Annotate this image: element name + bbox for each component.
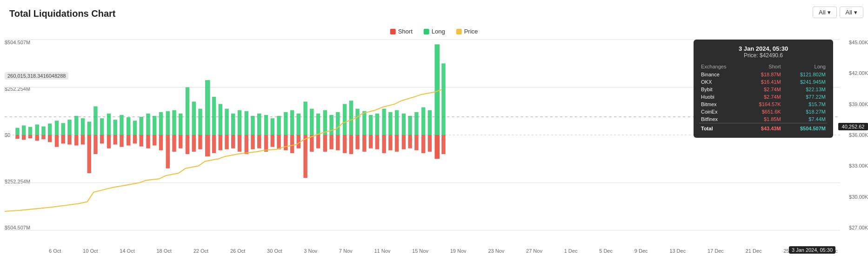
svg-rect-111 bbox=[355, 135, 359, 149]
svg-rect-115 bbox=[369, 135, 373, 148]
svg-rect-38 bbox=[120, 115, 123, 135]
svg-rect-136 bbox=[441, 63, 445, 135]
svg-rect-64 bbox=[205, 80, 210, 135]
svg-rect-122 bbox=[395, 110, 399, 135]
col-exchange: Exchanges bbox=[699, 62, 743, 71]
svg-rect-31 bbox=[93, 135, 97, 154]
legend-long: Long bbox=[424, 28, 445, 35]
svg-rect-26 bbox=[81, 118, 85, 135]
svg-rect-123 bbox=[395, 135, 399, 152]
svg-rect-56 bbox=[179, 114, 182, 135]
svg-rect-23 bbox=[67, 135, 71, 145]
hover-price-label: 40,252.62 bbox=[838, 123, 868, 130]
svg-rect-87 bbox=[277, 135, 280, 149]
svg-rect-110 bbox=[355, 109, 359, 135]
tooltip-table: Exchanges Short Long Binance $18.87M $12… bbox=[699, 62, 828, 132]
svg-rect-60 bbox=[192, 101, 196, 135]
svg-rect-18 bbox=[55, 121, 59, 135]
svg-rect-17 bbox=[48, 135, 52, 142]
svg-rect-79 bbox=[251, 135, 254, 149]
svg-rect-82 bbox=[264, 115, 268, 135]
svg-rect-125 bbox=[402, 135, 406, 149]
legend-short: Short bbox=[390, 28, 413, 35]
svg-rect-131 bbox=[421, 135, 425, 153]
svg-rect-121 bbox=[388, 135, 392, 150]
svg-rect-16 bbox=[48, 123, 52, 135]
chart-legend: Short Long Price bbox=[390, 28, 478, 35]
svg-rect-129 bbox=[414, 135, 418, 150]
svg-rect-41 bbox=[127, 135, 130, 146]
svg-rect-103 bbox=[329, 135, 333, 149]
svg-rect-71 bbox=[225, 135, 228, 149]
svg-rect-34 bbox=[107, 114, 111, 135]
svg-rect-117 bbox=[375, 135, 379, 149]
svg-rect-95 bbox=[303, 135, 307, 178]
svg-rect-24 bbox=[74, 116, 78, 135]
svg-rect-52 bbox=[166, 111, 170, 135]
svg-rect-109 bbox=[349, 135, 353, 154]
right-dropdown[interactable]: All ▾ bbox=[840, 7, 863, 18]
svg-rect-77 bbox=[245, 135, 248, 154]
svg-rect-15 bbox=[41, 135, 45, 139]
svg-rect-45 bbox=[139, 135, 143, 147]
svg-rect-25 bbox=[74, 135, 78, 146]
svg-rect-32 bbox=[100, 118, 104, 135]
svg-rect-67 bbox=[212, 135, 216, 153]
svg-rect-112 bbox=[362, 111, 366, 135]
svg-rect-114 bbox=[369, 115, 373, 135]
top-right-controls: All ▾ All ▾ bbox=[813, 7, 863, 18]
long-color-swatch bbox=[424, 29, 429, 34]
svg-rect-124 bbox=[402, 114, 406, 135]
svg-rect-130 bbox=[421, 108, 425, 135]
svg-rect-94 bbox=[303, 101, 307, 135]
svg-rect-108 bbox=[349, 101, 353, 135]
svg-rect-102 bbox=[329, 115, 333, 135]
svg-rect-69 bbox=[219, 135, 222, 150]
col-short: Short bbox=[743, 62, 782, 71]
svg-rect-49 bbox=[153, 135, 156, 146]
svg-rect-20 bbox=[61, 123, 65, 135]
svg-rect-106 bbox=[343, 104, 347, 135]
svg-rect-8 bbox=[22, 126, 26, 135]
svg-rect-43 bbox=[133, 135, 137, 143]
svg-rect-75 bbox=[238, 135, 241, 152]
svg-rect-58 bbox=[186, 88, 189, 135]
tooltip-date: 3 Jan 2024, 05:30 bbox=[699, 45, 828, 52]
svg-rect-85 bbox=[271, 135, 274, 147]
svg-rect-46 bbox=[146, 114, 150, 135]
chevron-down-icon: ▾ bbox=[854, 9, 857, 16]
tooltip-row: Binance $18.87M $121.802M bbox=[699, 71, 828, 78]
svg-rect-99 bbox=[316, 135, 320, 148]
svg-rect-33 bbox=[100, 135, 104, 143]
svg-rect-83 bbox=[264, 135, 268, 152]
svg-rect-80 bbox=[257, 114, 261, 135]
svg-rect-74 bbox=[238, 110, 241, 135]
svg-rect-48 bbox=[153, 116, 156, 135]
svg-rect-22 bbox=[67, 120, 71, 135]
svg-rect-132 bbox=[428, 110, 432, 135]
svg-rect-78 bbox=[251, 116, 254, 135]
svg-rect-55 bbox=[172, 135, 176, 152]
svg-rect-9 bbox=[22, 135, 26, 140]
legend-price: Price bbox=[456, 28, 478, 35]
svg-rect-29 bbox=[87, 135, 91, 173]
svg-rect-21 bbox=[61, 135, 65, 143]
svg-rect-6 bbox=[15, 128, 19, 135]
svg-rect-133 bbox=[428, 135, 432, 152]
chevron-down-icon: ▾ bbox=[828, 9, 831, 16]
tooltip-row: Bitmex $164.57K $15.7M bbox=[699, 101, 828, 108]
svg-rect-73 bbox=[231, 135, 235, 148]
svg-rect-81 bbox=[257, 135, 261, 148]
chart-container: Total Liquidations Chart All ▾ All ▾ Sho… bbox=[0, 0, 868, 256]
tooltip-panel: 3 Jan 2024, 05:30 Price: $42490.6 Exchan… bbox=[694, 40, 833, 138]
left-dropdown[interactable]: All ▾ bbox=[813, 7, 836, 18]
svg-rect-66 bbox=[212, 97, 216, 135]
svg-rect-135 bbox=[434, 135, 440, 159]
svg-rect-63 bbox=[198, 135, 202, 149]
svg-rect-37 bbox=[113, 135, 117, 145]
x-axis: 6 Oct 10 Oct 14 Oct 18 Oct 22 Oct 26 Oct… bbox=[49, 248, 838, 254]
svg-rect-28 bbox=[87, 121, 91, 135]
svg-rect-101 bbox=[323, 135, 327, 152]
svg-rect-11 bbox=[28, 135, 32, 138]
y-axis-right: $45.00K $42.00K $39.00K $36.00K $33.00K … bbox=[838, 40, 868, 230]
